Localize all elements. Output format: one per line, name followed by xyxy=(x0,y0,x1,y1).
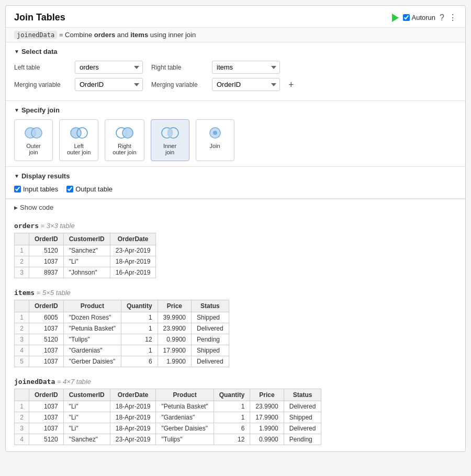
autorun-label[interactable]: Autorun xyxy=(403,14,436,21)
input-tables-checkbox[interactable] xyxy=(14,186,21,192)
formula-bar: joinedData = Combine orders and items us… xyxy=(6,28,465,42)
table-row: 38937"Johnson"16-Apr-2019 xyxy=(15,267,156,278)
show-code-label: Show code xyxy=(20,203,53,211)
orders-col-orderid: OrderID xyxy=(29,233,64,245)
table-cell: 5120 xyxy=(29,334,64,345)
left-table-select[interactable]: orders xyxy=(75,61,143,74)
orders-col-orderdate: OrderDate xyxy=(110,233,156,245)
table-cell: 1 xyxy=(121,345,158,356)
table-cell: "Li" xyxy=(63,423,110,434)
join-icon xyxy=(204,125,227,141)
table-cell: "Johnson" xyxy=(63,267,110,278)
display-results-title[interactable]: ▼ Display results xyxy=(14,172,457,180)
table-row: 15120"Sanchez"23-Apr-2019 xyxy=(15,245,156,256)
specify-join-title[interactable]: ▼ Specify join xyxy=(14,106,457,114)
joined-col-status: Status xyxy=(284,389,321,401)
orders-table-label: orders = 3×3 table xyxy=(14,222,457,230)
table-cell: "Dozen Roses" xyxy=(63,312,121,323)
select-data-section: ▼ Select data Left table orders Right ta… xyxy=(6,42,465,101)
join-card-outer[interactable]: Outerjoin xyxy=(14,119,53,161)
add-merging-button[interactable]: + xyxy=(288,80,294,89)
table-row: 31037"Li"18-Apr-2019"Gerber Daisies"61.9… xyxy=(15,423,321,434)
table-cell: 1 xyxy=(121,323,158,334)
help-button[interactable]: ? xyxy=(440,13,444,22)
table-cell: 23-Apr-2019 xyxy=(110,245,156,256)
table-cell: 2 xyxy=(15,323,29,334)
table-cell: 2 xyxy=(15,256,29,267)
table-cell: 1 xyxy=(15,312,29,323)
join-card-inner[interactable]: Innerjoin xyxy=(151,119,189,161)
right-table-select[interactable]: items xyxy=(212,61,280,74)
show-code-toggle[interactable]: ▶ Show code xyxy=(6,199,465,216)
table-cell: 1037 xyxy=(29,356,64,367)
left-outer-join-label: Leftouter join xyxy=(67,143,91,155)
right-outer-join-icon xyxy=(113,125,136,141)
table-cell: Delivered xyxy=(192,356,229,367)
table-cell: 5 xyxy=(15,356,29,367)
join-label: Join xyxy=(209,143,220,149)
header-left: Join Tables xyxy=(14,12,65,23)
items-col-product: Product xyxy=(63,300,121,312)
table-cell: 5120 xyxy=(29,434,64,445)
table-cell: 1037 xyxy=(29,323,64,334)
table-cell: "Sanchez" xyxy=(63,434,110,445)
page-title: Join Tables xyxy=(14,12,65,23)
main-panel: Join Tables Autorun ? ⋮ joinedData = Com… xyxy=(5,5,466,452)
table-cell: 1.9900 xyxy=(158,356,191,367)
table-cell: 18-Apr-2019 xyxy=(110,401,156,412)
joined-col-rownum xyxy=(15,389,29,401)
items-table-desc: = 5×5 table xyxy=(37,289,71,297)
table-cell: 2 xyxy=(15,412,29,423)
table-cell: 23.9900 xyxy=(250,401,284,412)
joined-col-orderid: OrderID xyxy=(29,389,64,401)
table-cell: 18-Apr-2019 xyxy=(110,423,156,434)
table-cell: 12 xyxy=(121,334,158,345)
table-cell: 1037 xyxy=(29,345,64,356)
output-table-checkbox-label[interactable]: Output table xyxy=(66,185,113,193)
output-table-label: Output table xyxy=(75,185,113,193)
merging-var-label: Merging variable xyxy=(14,81,66,88)
table-row: 41037"Gardenias"117.9900Shipped xyxy=(15,345,229,356)
right-outer-join-label: Rightouter join xyxy=(113,143,136,155)
table-cell: "Li" xyxy=(63,412,110,423)
table-cell: 1037 xyxy=(29,401,64,412)
more-button[interactable]: ⋮ xyxy=(448,13,457,22)
join-card-join[interactable]: Join xyxy=(196,119,234,161)
header: Join Tables Autorun ? ⋮ xyxy=(6,6,465,28)
joined-col-price: Price xyxy=(250,389,284,401)
left-table-label: Left table xyxy=(14,64,66,71)
right-merging-select[interactable]: OrderID xyxy=(212,78,280,91)
join-card-left-outer[interactable]: Leftouter join xyxy=(59,119,98,161)
join-card-right-outer[interactable]: Rightouter join xyxy=(105,119,144,161)
joined-col-orderdate: OrderDate xyxy=(110,389,156,401)
table-cell: 1 xyxy=(15,401,29,412)
table-row: 21037"Li"18-Apr-2019 xyxy=(15,256,156,267)
input-tables-checkbox-label[interactable]: Input tables xyxy=(14,185,58,193)
table-cell: 1 xyxy=(121,312,158,323)
select-data-title[interactable]: ▼ Select data xyxy=(14,48,457,55)
output-table-checkbox[interactable] xyxy=(66,186,73,192)
select-data-chevron: ▼ xyxy=(14,49,19,54)
run-button[interactable] xyxy=(392,14,399,22)
table-cell: Delivered xyxy=(284,423,321,434)
table-cell: 1 xyxy=(214,401,250,412)
table-cell: 8937 xyxy=(29,267,64,278)
display-results-section: ▼ Display results Input tables Output ta… xyxy=(6,167,465,199)
table-cell: 6 xyxy=(121,356,158,367)
outer-join-label: Outerjoin xyxy=(26,143,41,155)
items-col-status: Status xyxy=(192,300,229,312)
autorun-checkbox[interactable] xyxy=(403,14,410,21)
formula-desc-post: using inner join xyxy=(150,31,196,39)
outer-join-icon xyxy=(22,125,45,141)
right-table-label: Right table xyxy=(151,64,204,71)
display-results-label: Display results xyxy=(21,172,70,180)
joined-table: OrderID CustomerID OrderDate Product Qua… xyxy=(14,389,321,445)
header-right: Autorun ? ⋮ xyxy=(392,13,457,22)
table-cell: 6 xyxy=(214,423,250,434)
left-merging-select[interactable]: OrderID xyxy=(75,78,143,91)
autorun-text: Autorun xyxy=(412,14,436,21)
formula-desc-pre: Combine xyxy=(65,31,92,39)
inner-join-label: Innerjoin xyxy=(163,143,176,155)
table-cell: Pending xyxy=(284,434,321,445)
table-cell: 39.9900 xyxy=(158,312,191,323)
